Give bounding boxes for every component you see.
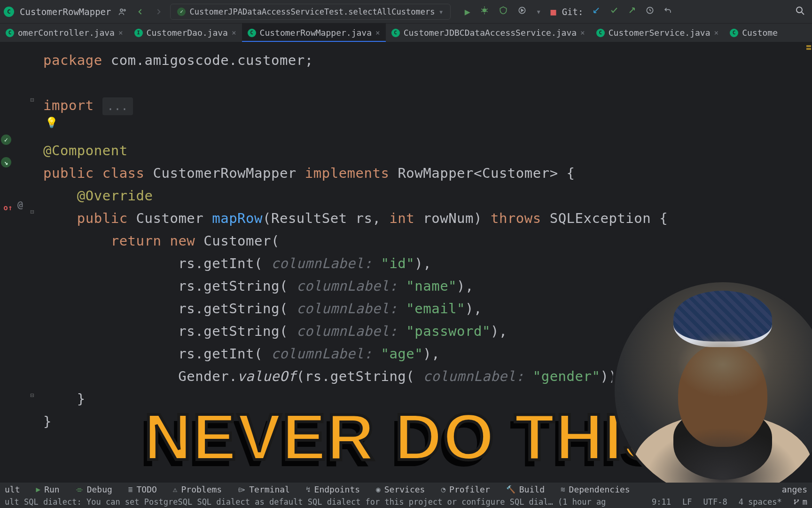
hammer-icon: 🔨 (506, 485, 515, 494)
services-icon: ◉ (376, 485, 381, 494)
tool-terminal[interactable]: ⌲Terminal (238, 484, 290, 494)
tab-customer-controller[interactable]: C omerController.java × (0, 24, 129, 42)
update-icon[interactable] (592, 6, 601, 17)
tool-problems[interactable]: ⚠Problems (173, 484, 222, 494)
run-icon[interactable]: ▶ (465, 6, 470, 17)
back-nav-icon[interactable] (134, 6, 147, 18)
tab-label: CustomerService.java (609, 28, 710, 38)
annotation-at-icon: @ (15, 199, 25, 210)
coverage-icon[interactable] (499, 6, 508, 17)
layers-icon: ≋ (561, 485, 565, 494)
tool-debug[interactable]: ⌯Debug (76, 484, 112, 494)
tool-endpoints[interactable]: ↯Endpoints (306, 484, 360, 494)
bug-icon: ⌯ (76, 485, 83, 494)
debug-icon[interactable] (480, 6, 489, 17)
overlay-caption: NEVER DO THIS (144, 399, 668, 475)
close-icon[interactable]: × (232, 28, 236, 37)
svg-point-8 (797, 500, 798, 500)
stop-icon[interactable]: ■ (551, 6, 556, 17)
run-controls: ▶ ▾ ■ (465, 6, 556, 17)
svg-point-1 (124, 9, 125, 11)
bean-gutter-icon[interactable]: ✓ (1, 135, 11, 145)
class-icon: C (4, 7, 14, 17)
tab-label: omerController.java (18, 28, 115, 38)
status-bar: ult SQL dialect: You can set PostgreSQL … (0, 496, 812, 508)
svg-point-2 (483, 8, 486, 12)
test-icon: ✓ (177, 8, 186, 16)
tool-todo[interactable]: ≣TODO (128, 484, 157, 494)
tab-label: CustomerJDBCDataAccessService.java (404, 28, 577, 38)
close-icon[interactable]: × (375, 28, 380, 37)
tab-customer-row-mapper[interactable]: C CustomerRowMapper.java × (242, 24, 386, 42)
run-more-icon[interactable] (517, 6, 527, 17)
play-icon: ▶ (36, 485, 41, 494)
tool-dependencies[interactable]: ≋Dependencies (561, 484, 630, 494)
git-branch[interactable]: m (793, 497, 807, 507)
tab-customer-dao[interactable]: I CustomerDao.java × (129, 24, 242, 42)
close-icon[interactable]: × (714, 28, 719, 37)
history-icon[interactable] (645, 6, 655, 17)
gutter: ✓ ↘ o↑ @ (0, 42, 33, 484)
members-icon[interactable] (117, 6, 129, 18)
tab-customer-service[interactable]: C CustomerService.java × (591, 24, 724, 42)
editor-tabs: C omerController.java × I CustomerDao.ja… (0, 24, 812, 42)
class-icon: C (6, 29, 14, 37)
fold-toggle-icon[interactable]: ⊟ (30, 391, 34, 399)
push-icon[interactable] (627, 6, 637, 17)
tool-window-bar: ult ▶Run ⌯Debug ≣TODO ⚠Problems ⌲Termina… (0, 483, 812, 496)
class-icon: C (248, 29, 256, 37)
svg-point-6 (794, 500, 795, 500)
terminal-icon: ⌲ (238, 485, 245, 494)
chevron-down-icon[interactable]: ▾ (536, 7, 541, 16)
warning-icon: ⚠ (173, 485, 178, 494)
close-icon[interactable]: × (118, 28, 123, 37)
main-toolbar: C CustomerRowMapper ✓ CustomerJPADataAcc… (0, 0, 812, 24)
tab-label: Custome (742, 28, 778, 38)
indent-setting[interactable]: 4 spaces* (739, 497, 782, 507)
status-message[interactable]: ult SQL dialect: You can set PostgreSQL … (5, 497, 640, 507)
tab-label: CustomerDao.java (147, 28, 228, 38)
fold-toggle-icon[interactable]: ⊟ (30, 96, 34, 103)
fold-toggle-icon[interactable]: ⊟ (30, 208, 34, 215)
file-encoding[interactable]: UTF-8 (703, 497, 727, 507)
tab-customer-partial[interactable]: C Custome (724, 24, 783, 42)
tool-changes[interactable]: anges (782, 484, 807, 494)
rollback-icon[interactable] (663, 6, 672, 17)
git-controls: Git: (562, 6, 673, 17)
chevron-down-icon: ▾ (438, 7, 443, 16)
tool-services[interactable]: ◉Services (376, 484, 425, 494)
svg-point-5 (796, 7, 802, 13)
list-icon: ≣ (128, 485, 133, 494)
run-config-select[interactable]: ✓ CustomerJPADataAccessServiceTest.selec… (170, 4, 450, 20)
override-up-icon[interactable]: o↑ (3, 202, 13, 213)
git-label: Git: (562, 7, 584, 17)
search-icon[interactable] (794, 5, 805, 18)
class-icon: C (391, 29, 400, 37)
close-icon[interactable]: × (580, 28, 585, 37)
breadcrumb-class[interactable]: CustomerRowMapper (20, 7, 111, 17)
class-icon: C (730, 29, 738, 37)
profiler-icon: ◔ (441, 485, 445, 494)
bean-gutter-icon[interactable]: ↘ (1, 157, 11, 167)
tab-jdbc-service[interactable]: C CustomerJDBCDataAccessService.java × (386, 24, 591, 42)
forward-nav-icon[interactable] (152, 6, 164, 18)
class-icon: C (596, 29, 605, 37)
tool-run[interactable]: ▶Run (36, 484, 60, 494)
line-separator[interactable]: LF (682, 497, 692, 507)
branch-icon (793, 499, 800, 505)
endpoints-icon: ↯ (306, 485, 311, 494)
svg-point-0 (120, 9, 123, 11)
tool-build[interactable]: 🔨Build (506, 484, 545, 494)
caret-position[interactable]: 9:11 (652, 497, 671, 507)
tab-label: CustomerRowMapper.java (260, 28, 372, 38)
svg-point-7 (794, 503, 795, 504)
tool-profiler[interactable]: ◔Profiler (441, 484, 490, 494)
run-config-label: CustomerJPADataAccessServiceTest.selectA… (189, 7, 435, 16)
tool-ult[interactable]: ult (5, 484, 20, 494)
commit-icon[interactable] (609, 6, 619, 17)
interface-icon: I (134, 29, 143, 37)
